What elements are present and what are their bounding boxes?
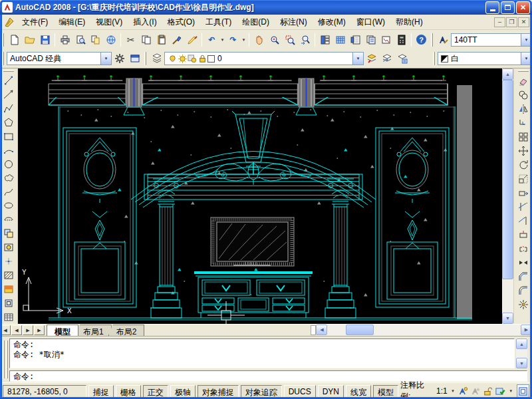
toolbar-lock-icon[interactable] <box>483 386 493 396</box>
clean-screen-button[interactable] <box>517 384 530 398</box>
revision-cloud-button[interactable] <box>1 171 17 185</box>
layer-properties-button[interactable] <box>149 51 164 66</box>
close-button[interactable]: ✕ <box>516 1 530 14</box>
layer-previous-button[interactable] <box>379 51 394 66</box>
zoom-window-button[interactable] <box>282 32 297 47</box>
copy-button[interactable] <box>515 88 531 102</box>
menu-item-insert[interactable]: 插入(I) <box>128 15 162 30</box>
scale-button[interactable] <box>515 172 531 186</box>
break-at-point-button[interactable] <box>515 227 531 241</box>
tab-layout1[interactable]: 布局1 <box>75 325 112 336</box>
layer-states-button[interactable] <box>394 51 410 66</box>
help-button[interactable]: ? <box>414 32 429 47</box>
menu-item-window[interactable]: 窗口(W) <box>351 15 390 30</box>
ellipse-button[interactable] <box>1 199 17 213</box>
designcenter-button[interactable] <box>332 32 348 47</box>
point-button[interactable] <box>1 255 17 269</box>
command-window-grip[interactable] <box>3 340 5 378</box>
status-toggle-snap[interactable]: 捕捉 <box>88 385 114 398</box>
tab-last-button[interactable]: ▶ <box>34 325 45 335</box>
move-button[interactable] <box>515 144 531 158</box>
vertical-scroll-thumb[interactable] <box>502 80 513 279</box>
menu-item-draw[interactable]: 绘图(D) <box>237 15 275 30</box>
polyline-button[interactable] <box>1 102 17 116</box>
toolbar-grip[interactable] <box>144 52 146 65</box>
command-scroll-down-button[interactable]: ▼ <box>516 358 527 368</box>
zoom-previous-button[interactable] <box>297 32 313 47</box>
trim-button[interactable] <box>515 200 531 213</box>
toolbar-grip[interactable] <box>433 52 435 65</box>
region-button[interactable] <box>1 296 17 310</box>
my-workspace-button[interactable] <box>127 51 142 66</box>
chamfer-button[interactable] <box>515 269 531 283</box>
line-button[interactable] <box>1 74 17 88</box>
cut-button[interactable]: ✂ <box>123 32 138 47</box>
tab-model[interactable]: 模型 <box>47 325 78 336</box>
ellipse-arc-button[interactable] <box>1 213 17 227</box>
text-style-combo[interactable]: 140TT ▼ <box>451 33 532 47</box>
horizontal-scrollbar[interactable]: ◀ ▶ <box>316 325 532 336</box>
3d-dwf-button[interactable] <box>103 32 118 47</box>
status-toggle-otrack[interactable]: 对象追踪 <box>241 385 282 398</box>
workspace-settings-button[interactable] <box>112 51 127 66</box>
auto-annotation-scale-icon[interactable] <box>471 386 481 396</box>
menu-item-help[interactable]: 帮助(H) <box>390 15 428 30</box>
command-scroll-up-button[interactable]: ▲ <box>516 338 527 349</box>
menu-item-format[interactable]: 格式(O) <box>162 15 200 30</box>
pan-button[interactable] <box>251 32 267 47</box>
tray-settings-dropdown-icon[interactable]: ▼ <box>508 389 514 393</box>
workspace-combo[interactable]: AutoCAD 经典 ▼ <box>7 52 112 65</box>
scrollbar-splitter[interactable] <box>311 325 316 335</box>
redo-button[interactable]: ↷ <box>225 32 241 47</box>
explode-button[interactable] <box>515 297 531 311</box>
extend-button[interactable] <box>515 213 531 227</box>
array-button[interactable] <box>515 130 531 144</box>
layer-combo[interactable]: 0 ▼ <box>164 52 364 65</box>
mdi-close-button[interactable]: ✕ <box>518 17 529 27</box>
drawing-canvas[interactable]: Y X <box>18 68 502 324</box>
toolbar-grip[interactable] <box>2 52 4 65</box>
make-block-button[interactable] <box>1 241 17 255</box>
toolbar-grip[interactable] <box>2 33 4 47</box>
spline-button[interactable] <box>1 185 17 199</box>
make-layer-current-button[interactable] <box>364 51 379 66</box>
rectangle-button[interactable] <box>1 130 17 144</box>
copy-clip-button[interactable] <box>138 32 154 47</box>
toolbar-grip[interactable] <box>3 70 14 72</box>
menu-item-dimension[interactable]: 标注(N) <box>275 15 313 30</box>
command-scrollbar[interactable]: ▲ ▼ <box>516 338 527 368</box>
status-toggle-grid[interactable]: 栅格 <box>116 385 141 398</box>
scroll-left-button[interactable]: ◀ <box>316 325 327 335</box>
layer-freeze-icon[interactable] <box>178 54 188 64</box>
publish-button[interactable] <box>88 32 103 47</box>
restore-button[interactable] <box>501 1 515 14</box>
hatch-button[interactable] <box>1 268 17 282</box>
tab-next-button[interactable]: ▶ <box>23 325 33 335</box>
stretch-button[interactable] <box>515 186 531 200</box>
menu-item-modify[interactable]: 修改(M) <box>313 15 351 30</box>
quickcalc-button[interactable] <box>394 32 409 47</box>
construction-line-button[interactable] <box>1 88 17 102</box>
save-button[interactable] <box>37 32 53 47</box>
sheetset-manager-button[interactable] <box>363 32 378 47</box>
tool-palettes-button[interactable] <box>348 32 363 47</box>
vertical-scrollbar[interactable]: ▲ ▼ <box>502 68 513 324</box>
layer-vp-freeze-icon[interactable] <box>188 54 198 64</box>
redo-dropdown-icon[interactable]: ▼ <box>241 38 247 42</box>
rotate-button[interactable] <box>515 158 531 172</box>
toolbar-grip[interactable] <box>518 70 529 72</box>
mdi-restore-button[interactable]: ❐ <box>506 17 517 27</box>
horizontal-scroll-thumb[interactable] <box>346 325 374 335</box>
mirror-button[interactable] <box>515 102 531 116</box>
paste-button[interactable] <box>154 32 169 47</box>
offset-button[interactable] <box>515 116 531 130</box>
color-combo[interactable]: 白 ▼ <box>438 52 532 65</box>
command-window-grip[interactable] <box>6 340 8 378</box>
tab-layout2[interactable]: 布局2 <box>108 325 145 336</box>
properties-palette-button[interactable] <box>317 32 332 47</box>
circle-button[interactable] <box>1 157 17 171</box>
block-editor-button[interactable] <box>184 32 200 47</box>
mdi-minimize-button[interactable]: – <box>494 17 505 27</box>
break-button[interactable] <box>515 241 531 255</box>
status-toggle-model[interactable]: 模型 <box>373 385 398 398</box>
